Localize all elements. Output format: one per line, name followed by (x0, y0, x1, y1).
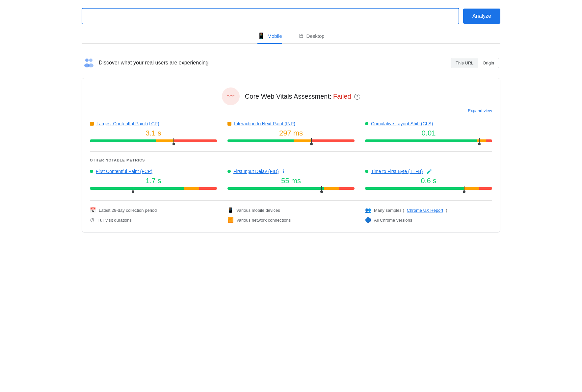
cwv-failed-icon-wrap: 〰 (222, 87, 240, 105)
metric-link-cls[interactable]: Cumulative Layout Shift (CLS) (371, 121, 433, 126)
metric-dot-cls (365, 122, 368, 125)
footer-text-0: Latest 28-day collection period (99, 208, 157, 213)
svg-point-0 (85, 59, 89, 62)
metric-link-inp[interactable]: Interaction to Next Paint (INP) (234, 121, 295, 126)
footer-icon-0: 📅 (90, 207, 96, 213)
progress-marker-inp (310, 138, 313, 145)
desktop-icon: 🖥 (298, 33, 304, 39)
metric-dot-fid (227, 170, 231, 173)
footer-item-3: ⏱Full visit durations (90, 217, 217, 223)
metric-link-fcp[interactable]: First Contentful Paint (FCP) (96, 169, 152, 174)
footer-item-4: 📶Various network connections (227, 217, 355, 223)
analyze-button[interactable]: Analyze (463, 9, 500, 24)
footer-item-2: 👥Many samples (Chrome UX Report) (365, 207, 492, 213)
progress-bar-fcp (90, 187, 217, 190)
footer-item-5: 🔵All Chrome versions (365, 217, 492, 223)
metric-value-lcp: 3.1 s (90, 129, 217, 137)
other-metrics-grid: First Contentful Paint (FCP)1.7 sFirst I… (90, 169, 492, 190)
progress-marker-ttfb (463, 186, 465, 193)
footer-text-1: Various mobile devices (236, 208, 280, 213)
footer-icon-5: 🔵 (365, 217, 371, 223)
main-card: 〰 Core Web Vitals Assessment: Failed ? E… (82, 78, 500, 233)
cwv-help-icon[interactable]: ? (354, 94, 360, 100)
metric-value-ttfb: 0.6 s (365, 177, 492, 185)
metric-label-lcp: Largest Contentful Paint (LCP) (90, 121, 217, 126)
fid-info-icon[interactable]: ℹ (283, 169, 284, 174)
metric-item-cls: Cumulative Layout Shift (CLS)0.01 (365, 121, 492, 142)
origin-button[interactable]: Origin (478, 58, 499, 68)
expand-view-link[interactable]: Expand view (468, 108, 492, 113)
metric-dot-fcp (90, 170, 93, 173)
footer-text-3: Full visit durations (97, 218, 132, 223)
metric-value-inp: 297 ms (227, 129, 355, 137)
svg-point-1 (89, 59, 93, 62)
progress-marker-cls (478, 138, 481, 145)
metric-value-fid: 55 ms (227, 177, 355, 185)
footer-icon-3: ⏱ (90, 217, 95, 223)
tab-desktop[interactable]: 🖥 Desktop (298, 32, 325, 44)
footer-icon-1: 📱 (227, 207, 234, 213)
cwv-status: Failed (333, 93, 351, 100)
progress-marker-fcp (132, 186, 134, 193)
metric-link-ttfb[interactable]: Time to First Byte (TTFB) (371, 169, 423, 174)
progress-marker-lcp (172, 138, 175, 145)
footer-text-4: Various network connections (236, 218, 291, 223)
crux-banner: Discover what your real users are experi… (82, 53, 500, 73)
metric-item-ttfb: Time to First Byte (TTFB)🧪0.6 s (365, 169, 492, 190)
mobile-icon: 📱 (257, 32, 265, 39)
metric-dot-inp (227, 122, 231, 126)
progress-marker-fid (320, 186, 323, 193)
device-tabs: 📱 Mobile 🖥 Desktop (82, 32, 500, 44)
metric-link-fid[interactable]: First Input Delay (FID) (233, 169, 279, 174)
metric-item-fid: First Input Delay (FID)ℹ55 ms (227, 169, 355, 190)
metric-value-cls: 0.01 (365, 129, 492, 137)
cwv-title: Core Web Vitals Assessment: Failed ? (245, 93, 360, 100)
metric-item-fcp: First Contentful Paint (FCP)1.7 s (90, 169, 217, 190)
footer-item-0: 📅Latest 28-day collection period (90, 207, 217, 213)
cwv-header: 〰 Core Web Vitals Assessment: Failed ? (90, 87, 492, 105)
metric-label-fid: First Input Delay (FID)ℹ (227, 169, 355, 174)
metric-label-cls: Cumulative Layout Shift (CLS) (365, 121, 492, 126)
metric-dot-lcp (90, 122, 94, 126)
section-divider (90, 151, 492, 152)
footer-info: 📅Latest 28-day collection period📱Various… (90, 200, 492, 223)
crux-title: Discover what your real users are experi… (99, 60, 208, 66)
footer-icon-4: 📶 (227, 217, 234, 223)
svg-point-3 (88, 63, 93, 67)
footer-icon-2: 👥 (365, 207, 371, 213)
metric-item-inp: Interaction to Next Paint (INP)297 ms (227, 121, 355, 142)
metric-label-inp: Interaction to Next Paint (INP) (227, 121, 355, 126)
other-metrics-label: OTHER NOTABLE METRICS (90, 158, 492, 162)
progress-bar-fid (227, 187, 355, 190)
core-metrics-grid: Largest Contentful Paint (LCP)3.1 sInter… (90, 121, 492, 142)
url-origin-toggle: This URL Origin (451, 58, 499, 68)
ttfb-flask-icon: 🧪 (427, 169, 432, 174)
this-url-button[interactable]: This URL (451, 58, 478, 68)
expand-view-container: Expand view (90, 108, 492, 113)
metric-dot-ttfb (365, 170, 368, 173)
metric-link-lcp[interactable]: Largest Contentful Paint (LCP) (96, 121, 159, 126)
footer-text-5: All Chrome versions (374, 218, 412, 223)
progress-bar-cls (365, 139, 492, 142)
tab-mobile-label: Mobile (267, 33, 282, 39)
progress-bar-lcp (90, 139, 217, 142)
footer-link-2[interactable]: Chrome UX Report (407, 208, 443, 213)
cwv-failed-icon: 〰 (227, 92, 234, 101)
url-input[interactable]: https://sigmabeauty.com/ (82, 8, 459, 24)
metric-item-lcp: Largest Contentful Paint (LCP)3.1 s (90, 121, 217, 142)
progress-bar-ttfb (365, 187, 492, 190)
metric-value-fcp: 1.7 s (90, 177, 217, 185)
progress-bar-inp (227, 139, 355, 142)
tab-desktop-label: Desktop (306, 33, 325, 39)
metric-label-fcp: First Contentful Paint (FCP) (90, 169, 217, 174)
metric-label-ttfb: Time to First Byte (TTFB)🧪 (365, 169, 492, 174)
crux-people-icon (83, 57, 95, 69)
tab-mobile[interactable]: 📱 Mobile (257, 32, 282, 44)
footer-item-1: 📱Various mobile devices (227, 207, 355, 213)
